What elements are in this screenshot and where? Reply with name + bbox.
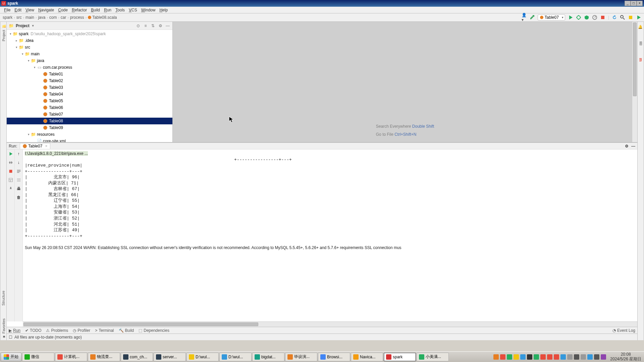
menu-vcs[interactable]: VCS [127, 8, 139, 12]
rerun-icon[interactable] [8, 151, 14, 157]
tree-twisty-icon[interactable]: ▾ [20, 52, 25, 56]
bottom-tab-run[interactable]: ▶ Run [9, 328, 20, 333]
close-button[interactable]: × [637, 1, 643, 6]
tree-item--idea[interactable]: ▸📁.idea [7, 37, 172, 44]
run-console[interactable]: I:\Java\jdk1.8.0_221\bin\java.exe ... +-… [23, 149, 637, 321]
breadcrumb-item[interactable]: java [38, 15, 45, 20]
favorites-tool-tab[interactable]: ★ Favorites [1, 317, 6, 340]
breadcrumb-item[interactable]: src [16, 15, 22, 20]
attach-debugger-icon[interactable] [8, 160, 14, 166]
taskbar-item[interactable]: 计算机... [55, 353, 87, 361]
pin-icon[interactable] [8, 186, 14, 192]
update-button[interactable] [612, 15, 617, 20]
bottom-tab-terminal[interactable]: > Terminal [95, 328, 114, 333]
notifications-tool-tab[interactable]: 🔔 [639, 23, 643, 30]
tray-icon[interactable] [527, 354, 532, 360]
tray-icon[interactable] [560, 354, 566, 360]
print-icon[interactable]: 🖶 [16, 186, 22, 192]
tree-item-src[interactable]: ▾📁src [7, 44, 172, 51]
project-tree[interactable]: ▾📁sparkD:\wuliu_hadoop_spark_spider2025\… [7, 30, 172, 142]
clear-icon[interactable]: 🗑 [16, 194, 22, 200]
run-button[interactable] [568, 15, 573, 20]
taskbar-item[interactable]: Navica... [351, 353, 383, 361]
project-tool-tab[interactable]: Project 📁 [1, 23, 6, 43]
tree-item-table07[interactable]: Table07 [7, 111, 172, 118]
tree-twisty-icon[interactable]: ▸ [14, 39, 19, 42]
system-tray[interactable] [492, 354, 607, 360]
tree-item-table02[interactable]: Table02 [7, 77, 172, 84]
minimize-button[interactable]: _ [625, 1, 631, 6]
close-tab-icon[interactable]: × [45, 144, 47, 148]
bottom-tab-problems[interactable]: ⚠ Problems [46, 328, 68, 333]
taskbar-item[interactable]: D:\wul... [186, 353, 219, 361]
menu-help[interactable]: Help [157, 8, 170, 12]
tray-icon[interactable] [574, 354, 579, 360]
tray-icon[interactable] [547, 354, 552, 360]
taskbar-item[interactable]: 物流查... [88, 353, 120, 361]
bottom-tab-profiler[interactable]: ◷ Profiler [73, 328, 90, 333]
profile-button[interactable] [592, 15, 597, 20]
menu-build[interactable]: Build [89, 8, 102, 12]
taskbar-item[interactable]: spark [384, 353, 416, 361]
menu-code[interactable]: Code [56, 8, 70, 12]
tree-twisty-icon[interactable]: ▾ [26, 59, 31, 62]
tree-item-com-car-process[interactable]: ▾▭com.car.process [7, 64, 172, 71]
menu-view[interactable]: View [23, 8, 36, 12]
tree-item-table01[interactable]: Table01 [7, 71, 172, 77]
breadcrumb-item[interactable]: car [61, 15, 66, 20]
expand-all-icon[interactable]: ≡ [143, 23, 148, 28]
select-opened-file-icon[interactable]: ⊙ [136, 23, 141, 28]
run-horizontal-scrollbar[interactable] [23, 321, 637, 327]
scroll-down-icon[interactable]: ↓ [16, 160, 22, 166]
tree-item-table09[interactable]: Table09 [7, 124, 172, 131]
taskbar-clock[interactable]: 20:08 2024/5/26 星期日 [608, 352, 643, 361]
bottom-tab-build[interactable]: 🔨 Build [119, 328, 134, 333]
run-config-select[interactable]: Table07 [538, 14, 565, 20]
menu-tools[interactable]: Tools [113, 8, 127, 12]
tree-item-table03[interactable]: Table03 [7, 84, 172, 91]
stop-button[interactable] [600, 15, 605, 20]
soft-wrap-icon[interactable] [16, 168, 22, 174]
tree-twisty-icon[interactable]: ▾ [26, 133, 31, 136]
tray-icon[interactable] [520, 354, 526, 360]
tree-item-resources[interactable]: ▾📁resources [7, 131, 172, 138]
tray-icon[interactable] [507, 354, 512, 360]
bottom-tab-todo[interactable]: ✔ TODO [25, 328, 41, 333]
tray-icon[interactable] [514, 354, 519, 360]
tree-item-main[interactable]: ▾📁main [7, 51, 172, 57]
tree-item-java[interactable]: ▾📁java [7, 57, 172, 64]
breadcrumb-item[interactable]: process [70, 15, 84, 20]
maven-tool-tab[interactable]: m [638, 57, 643, 63]
tree-item-table08[interactable]: Table08 [7, 118, 172, 124]
menu-file[interactable]: File [2, 8, 12, 12]
tree-item-table05[interactable]: Table05 [7, 98, 172, 104]
taskbar-item[interactable]: com_ch... [121, 353, 153, 361]
tray-icon[interactable] [601, 354, 606, 360]
tray-icon[interactable] [540, 354, 546, 360]
tray-icon[interactable] [567, 354, 573, 360]
debug-button[interactable] [576, 15, 581, 20]
maximize-button[interactable]: □ [631, 1, 637, 6]
breadcrumb-item[interactable]: main [25, 15, 34, 20]
taskbar-item[interactable]: 微信 [22, 353, 54, 361]
run-hide-icon[interactable]: — [631, 144, 635, 148]
tray-icon[interactable] [554, 354, 559, 360]
tray-icon[interactable] [594, 354, 599, 360]
tray-icon[interactable] [587, 354, 593, 360]
bottom-tab-event-log[interactable]: ◔ Event Log [612, 328, 635, 333]
tray-icon[interactable] [500, 354, 505, 360]
build-hammer-icon[interactable] [530, 15, 535, 20]
menu-navigate[interactable]: Navigate [36, 8, 56, 12]
taskbar-item[interactable]: Browsi... [318, 353, 350, 361]
stop-run-icon[interactable] [8, 168, 14, 174]
breadcrumb-file[interactable]: Table08.scala [88, 15, 117, 20]
scroll-to-end-icon[interactable] [16, 177, 22, 183]
database-tool-tab[interactable]: 🗄 [639, 40, 643, 47]
start-button[interactable]: 开始 [1, 353, 21, 361]
menu-refactor[interactable]: Refactor [70, 8, 89, 12]
tray-icon[interactable] [534, 354, 539, 360]
tree-item-core-site-xml[interactable]: 📄core-site.xml [7, 138, 172, 142]
menu-edit[interactable]: Edit [12, 8, 23, 12]
run-settings-icon[interactable]: ⚙ [625, 144, 629, 148]
tree-item-table06[interactable]: Table06 [7, 104, 172, 111]
